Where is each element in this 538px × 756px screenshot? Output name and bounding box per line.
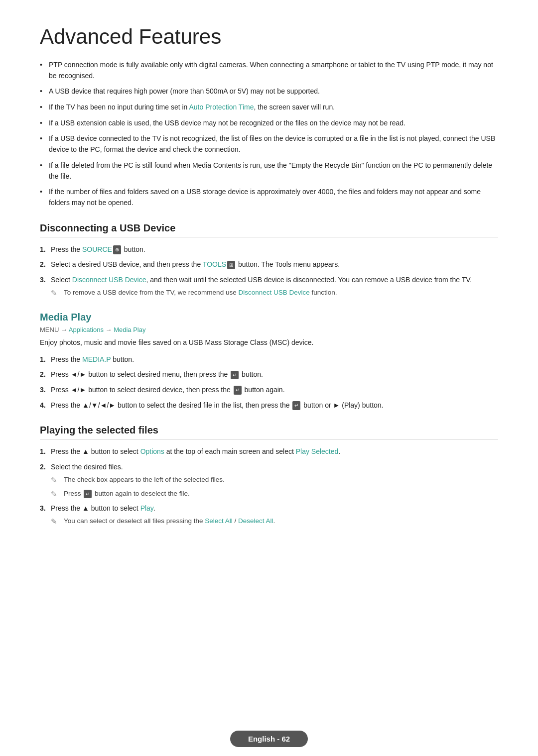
media-play-link[interactable]: Media Play (114, 326, 145, 333)
source-icon: ⊕ (113, 245, 121, 254)
bullet-4: If a USB extension cable is used, the US… (40, 118, 498, 129)
disconnect-step-3: 3. Select Disconnect USB Device, and the… (40, 275, 498, 298)
disconnect-usb-link-1[interactable]: Disconnect USB Device (72, 276, 146, 284)
bullet-5: If a USB device connected to the TV is n… (40, 133, 498, 155)
disconnecting-heading: Disconnecting a USB Device (40, 222, 498, 237)
disconnect-note: To remove a USB device from the TV, we r… (51, 288, 498, 298)
deselect-all-link[interactable]: Deselect All (238, 517, 273, 525)
bullet-3: If the TV has been no input during time … (40, 102, 498, 113)
enter-icon-2: ↵ (234, 386, 242, 395)
play-note-2: Press ↵ button again to deselect the fil… (51, 489, 498, 499)
bullet-7: If the number of files and folders saved… (40, 187, 498, 208)
select-all-link[interactable]: Select All (205, 517, 233, 525)
media-step-2: 2. Press ◄/► button to select desired me… (40, 369, 498, 380)
play-step-3: 3. Press the ▲ button to select Play. Yo… (40, 503, 498, 526)
media-play-heading: Media Play (40, 312, 498, 323)
media-play-steps: 1. Press the MEDIA.P button. 2. Press ◄/… (40, 354, 498, 411)
play-note-3: You can select or deselect all files pre… (51, 516, 498, 526)
tools-link[interactable]: TOOLS (203, 260, 226, 268)
playing-steps: 1. Press the ▲ button to select Options … (40, 446, 498, 526)
mediap-link[interactable]: MEDIA.P (82, 355, 111, 363)
disconnect-step-2: 2. Select a desired USB device, and then… (40, 259, 498, 270)
playing-heading: Playing the selected files (40, 425, 498, 439)
enter-icon-3: ↵ (292, 401, 300, 410)
breadcrumb: MENU → Applications → Media Play (40, 326, 498, 333)
play-link[interactable]: Play (140, 504, 153, 512)
media-step-3: 3. Press ◄/► button to select desired de… (40, 385, 498, 396)
tools-icon: ⊞ (227, 261, 235, 270)
source-link[interactable]: SOURCE (82, 245, 112, 253)
media-step-1: 1. Press the MEDIA.P button. (40, 354, 498, 365)
disconnecting-steps: 1. Press the SOURCE⊕ button. 2. Select a… (40, 244, 498, 298)
play-step-1: 1. Press the ▲ button to select Options … (40, 446, 498, 457)
media-play-intro: Enjoy photos, music and movie files save… (40, 337, 498, 348)
applications-link[interactable]: Applications (69, 326, 104, 333)
disconnect-step-1: 1. Press the SOURCE⊕ button. (40, 244, 498, 255)
footer-label: English - 62 (230, 731, 308, 747)
play-selected-link[interactable]: Play Selected (296, 447, 339, 455)
play-step-2: 2. Select the desired files. The check b… (40, 462, 498, 499)
enter-icon-4: ↵ (84, 490, 92, 498)
options-link[interactable]: Options (140, 447, 164, 455)
intro-bullet-list: PTP connection mode is fully available o… (40, 60, 498, 209)
play-note-1: The check box appears to the left of the… (51, 475, 498, 485)
auto-protection-time-link[interactable]: Auto Protection Time (189, 103, 254, 111)
enter-icon-1: ↵ (231, 371, 239, 380)
bullet-2: A USB device that requires high power (m… (40, 86, 498, 97)
footer-bar: English - 62 (0, 724, 538, 756)
disconnect-usb-link-2[interactable]: Disconnect USB Device (238, 289, 309, 296)
media-step-4: 4. Press the ▲/▼/◄/► button to select th… (40, 400, 498, 411)
page-title: Advanced Features (40, 25, 498, 49)
bullet-1: PTP connection mode is fully available o… (40, 60, 498, 81)
bullet-6: If a file deleted from the PC is still f… (40, 160, 498, 182)
